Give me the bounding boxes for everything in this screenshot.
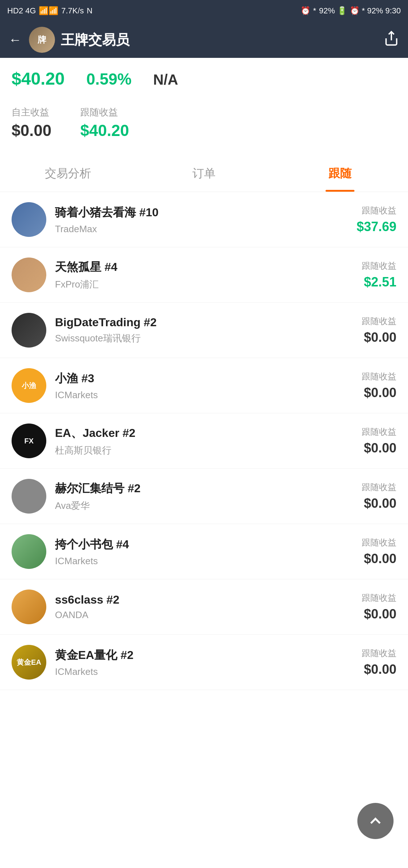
status-time: ⏰ * 92% 9:30 <box>350 6 401 16</box>
stats-row-top: $40.20 0.59% N/A <box>12 69 396 89</box>
stat-na: N/A <box>153 72 178 88</box>
item-broker: ICMarkets <box>55 556 362 567</box>
profit-value: $0.00 <box>362 496 396 511</box>
status-speed: 7.7K/s <box>61 6 84 16</box>
stat-follow-label: 跟随收益 <box>80 106 129 119</box>
item-profit: 跟随收益 $0.00 <box>362 315 396 345</box>
status-alarm: ⏰ <box>301 6 310 16</box>
profit-label: 跟随收益 <box>362 260 396 272</box>
item-broker: ICMarkets <box>55 666 362 677</box>
share-button[interactable] <box>383 30 399 50</box>
list-item[interactable]: 赫尔汇集结号 #2 Ava爱华 跟随收益 $0.00 <box>0 469 408 524</box>
list-item[interactable]: 骑着小猪去看海 #10 TradeMax 跟随收益 $37.69 <box>0 192 408 247</box>
item-avatar <box>12 313 46 348</box>
list-item[interactable]: BigDateTrading #2 Swissquote瑞讯银行 跟随收益 $0… <box>0 303 408 358</box>
profit-label: 跟随收益 <box>362 647 396 659</box>
profit-label: 跟随收益 <box>362 315 396 327</box>
stat-self: 自主收益 $0.00 <box>12 106 51 140</box>
item-broker: Ava爱华 <box>55 499 362 512</box>
page-title: 王牌交易员 <box>61 31 383 49</box>
item-info: 天煞孤星 #4 FxPro浦汇 <box>55 259 362 291</box>
avatar-text: 牌 <box>38 34 46 46</box>
item-name: 赫尔汇集结号 #2 <box>55 481 362 497</box>
status-bar: HD2 4G 📶📶 7.7K/s N ⏰ * 92% 🔋 ⏰ * 92% 9:3… <box>0 0 408 22</box>
back-button[interactable]: ← <box>9 32 22 47</box>
item-avatar <box>12 202 46 237</box>
item-profit: 跟随收益 $0.00 <box>362 592 396 622</box>
item-name: 小渔 #3 <box>55 371 362 387</box>
back-to-top-button[interactable] <box>357 803 394 839</box>
item-name: 挎个小书包 #4 <box>55 537 362 553</box>
profit-value: $0.00 <box>362 607 396 622</box>
stat-self-value: $0.00 <box>12 122 51 140</box>
item-profit: 跟随收益 $0.00 <box>362 481 396 511</box>
item-info: 挎个小书包 #4 ICMarkets <box>55 537 362 567</box>
item-info: EA、Jacker #2 杜高斯贝银行 <box>55 425 362 457</box>
list-item[interactable]: FX EA、Jacker #2 杜高斯贝银行 跟随收益 $0.00 <box>0 413 408 469</box>
item-name: ss6class #2 <box>55 593 362 607</box>
item-profit: 跟随收益 $0.00 <box>362 371 396 400</box>
item-info: ss6class #2 OANDA <box>55 593 362 621</box>
profit-label: 跟随收益 <box>362 426 396 438</box>
item-name: 骑着小猪去看海 #10 <box>55 205 357 221</box>
stat-follow: 跟随收益 $40.20 <box>80 106 129 140</box>
item-name: EA、Jacker #2 <box>55 425 362 441</box>
list-item[interactable]: 挎个小书包 #4 ICMarkets 跟随收益 $0.00 <box>0 524 408 579</box>
item-name: 天煞孤星 #4 <box>55 259 362 275</box>
list-item[interactable]: 天煞孤星 #4 FxPro浦汇 跟随收益 $2.51 <box>0 247 408 303</box>
item-avatar: 小渔 <box>12 368 46 403</box>
tabs-container: 交易分析 订单 跟随 <box>0 154 408 192</box>
item-profit: 跟随收益 $0.00 <box>362 537 396 566</box>
profit-label: 跟随收益 <box>362 481 396 493</box>
profit-label: 跟随收益 <box>357 205 396 216</box>
item-avatar <box>12 590 46 624</box>
list-item[interactable]: 黄金EA 黄金EA量化 #2 ICMarkets 跟随收益 $0.00 <box>0 635 408 690</box>
profit-label: 跟随收益 <box>362 371 396 382</box>
profit-value: $37.69 <box>357 219 396 234</box>
follow-list: 骑着小猪去看海 #10 TradeMax 跟随收益 $37.69 天煞孤星 #4… <box>0 192 408 690</box>
item-avatar <box>12 258 46 292</box>
tab-follow[interactable]: 跟随 <box>272 154 408 192</box>
profit-label: 跟随收益 <box>362 592 396 604</box>
item-info: BigDateTrading #2 Swissquote瑞讯银行 <box>55 316 362 345</box>
avatar-initials: FX <box>24 437 34 445</box>
item-info: 黄金EA量化 #2 ICMarkets <box>55 647 362 677</box>
status-left: HD2 4G 📶📶 7.7K/s N <box>7 6 93 16</box>
stat-percentage: 0.59% <box>86 70 132 88</box>
item-avatar <box>12 534 46 569</box>
item-broker: 杜高斯贝银行 <box>55 444 362 457</box>
stat-self-label: 自主收益 <box>12 106 51 119</box>
stat-total-value: $40.20 <box>12 69 65 89</box>
tab-orders[interactable]: 订单 <box>136 154 272 192</box>
avatar-initials: 小渔 <box>22 381 36 391</box>
item-avatar: FX <box>12 424 46 458</box>
status-signal: 📶📶 <box>39 6 58 16</box>
item-broker: ICMarkets <box>55 390 362 401</box>
top-nav: ← 牌 王牌交易员 <box>0 22 408 58</box>
profit-label: 跟随收益 <box>362 537 396 548</box>
tab-analysis[interactable]: 交易分析 <box>0 154 136 192</box>
avatar: 牌 <box>29 27 55 53</box>
item-broker: FxPro浦汇 <box>55 278 362 291</box>
profit-value: $0.00 <box>362 441 396 456</box>
profit-value: $2.51 <box>362 275 396 290</box>
status-nfc: N <box>87 6 93 16</box>
item-broker: Swissquote瑞讯银行 <box>55 332 362 345</box>
profit-value: $0.00 <box>362 662 396 677</box>
item-avatar: 黄金EA <box>12 645 46 680</box>
item-broker: TradeMax <box>55 224 357 235</box>
item-profit: 跟随收益 $37.69 <box>357 205 396 234</box>
status-bluetooth: * <box>313 6 316 16</box>
status-right: ⏰ * 92% 🔋 ⏰ * 92% 9:30 <box>301 6 401 16</box>
item-info: 骑着小猪去看海 #10 TradeMax <box>55 205 357 235</box>
list-item[interactable]: 小渔 小渔 #3 ICMarkets 跟随收益 $0.00 <box>0 358 408 413</box>
profit-value: $0.00 <box>362 330 396 345</box>
item-info: 小渔 #3 ICMarkets <box>55 371 362 401</box>
item-name: 黄金EA量化 #2 <box>55 647 362 663</box>
item-profit: 跟随收益 $2.51 <box>362 260 396 290</box>
item-avatar <box>12 479 46 514</box>
profit-value: $0.00 <box>362 551 396 566</box>
list-item[interactable]: ss6class #2 OANDA 跟随收益 $0.00 <box>0 579 408 635</box>
status-network: HD2 4G <box>7 6 36 16</box>
profit-value: $0.00 <box>362 385 396 400</box>
